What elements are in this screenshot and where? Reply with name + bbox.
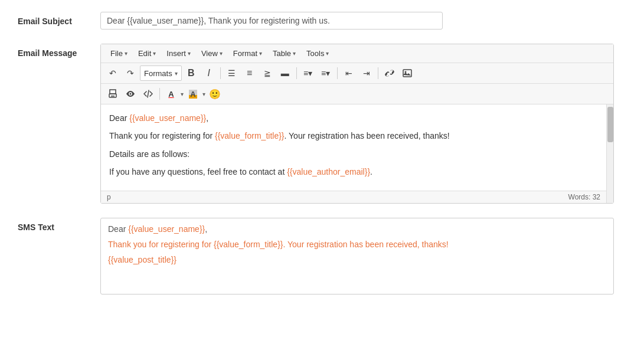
highlight-color-arrow[interactable]: ▾: [202, 91, 205, 97]
font-color-button[interactable]: A: [163, 86, 179, 102]
menu-tools[interactable]: Tools ▾: [302, 47, 334, 60]
view-menu-arrow: ▾: [220, 50, 223, 57]
preview-button[interactable]: [122, 86, 139, 102]
unordered-list-button[interactable]: ≡▾: [300, 66, 316, 81]
source-button[interactable]: [140, 86, 156, 102]
svg-rect-0: [403, 70, 411, 77]
outdent-button[interactable]: ⇤: [341, 66, 357, 81]
sms-text-label: SMS Text: [18, 218, 100, 232]
editor-scrollbar-thumb[interactable]: [607, 107, 613, 142]
italic-button[interactable]: I: [201, 66, 217, 81]
highlight-color-button[interactable]: A: [185, 86, 201, 102]
formats-arrow: ▾: [175, 70, 178, 77]
insert-menu-arrow: ▾: [188, 50, 191, 57]
image-button[interactable]: [399, 66, 416, 81]
menu-format[interactable]: Format ▾: [228, 47, 267, 60]
formats-label: Formats: [144, 69, 172, 78]
formats-dropdown[interactable]: Formats ▾: [140, 66, 182, 81]
table-menu-arrow: ▾: [293, 50, 296, 57]
redo-button[interactable]: ↷: [122, 66, 139, 81]
editor-scrollbar[interactable]: [606, 104, 613, 203]
align-center-button[interactable]: ≡: [241, 66, 258, 81]
editor-toolbar-row1: ↶ ↷ Formats ▾ B I ☰ ≡ ≧ ▬ ≡▾ ≡▾: [101, 63, 613, 84]
editor-statusbar: p Words: 32: [101, 191, 606, 203]
separator-1: [220, 67, 221, 79]
element-path: p: [107, 193, 111, 201]
emoji-button[interactable]: 🙂: [207, 86, 223, 102]
word-count: Words: 32: [568, 193, 600, 201]
editor-content-area[interactable]: Dear {{value_user_name}}, Thank you for …: [101, 104, 606, 191]
svg-point-5: [130, 93, 132, 95]
align-right-button[interactable]: ≧: [259, 66, 276, 81]
ordered-list-button[interactable]: ≡▾: [318, 66, 334, 81]
email-subject-label: Email Subject: [18, 12, 100, 26]
separator-4: [378, 67, 378, 79]
email-message-label: Email Message: [18, 44, 100, 58]
sms-text-area[interactable]: Dear {{value_user_name}}, Thank you for …: [100, 218, 614, 294]
svg-rect-4: [111, 96, 115, 97]
print-button[interactable]: [104, 86, 121, 102]
file-menu-arrow: ▾: [125, 50, 128, 57]
justify-button[interactable]: ▬: [277, 66, 293, 81]
svg-rect-2: [110, 90, 116, 94]
email-subject-input[interactable]: [100, 12, 443, 30]
menu-insert[interactable]: Insert ▾: [162, 47, 195, 60]
separator-5: [159, 88, 160, 100]
link-button[interactable]: [381, 66, 398, 81]
separator-2: [296, 67, 297, 79]
format-menu-arrow: ▾: [259, 50, 262, 57]
var-user-name: {{value_user_name}}: [129, 113, 206, 123]
bold-button[interactable]: B: [183, 66, 200, 81]
var-author-email: {{value_author_email}}: [287, 167, 370, 176]
menu-view[interactable]: View ▾: [197, 47, 227, 60]
editor-toolbar-row2: A ▾ A ▾ 🙂: [101, 84, 613, 104]
align-left-button[interactable]: ☰: [224, 66, 240, 81]
tools-menu-arrow: ▾: [326, 50, 329, 57]
menu-file[interactable]: File ▾: [106, 47, 132, 60]
rich-text-editor: File ▾ Edit ▾ Insert ▾ View ▾: [100, 44, 614, 204]
undo-button[interactable]: ↶: [104, 66, 121, 81]
menu-table[interactable]: Table ▾: [268, 47, 300, 60]
var-form-title: {{value_form_title}}: [215, 131, 285, 140]
separator-3: [337, 67, 338, 79]
edit-menu-arrow: ▾: [153, 50, 156, 57]
sms-var-user-name: {{value_user_name}}: [128, 224, 205, 234]
editor-menubar: File ▾ Edit ▾ Insert ▾ View ▾: [101, 44, 613, 63]
indent-button[interactable]: ⇥: [358, 66, 375, 81]
font-color-arrow[interactable]: ▾: [181, 91, 184, 97]
menu-edit[interactable]: Edit ▾: [133, 47, 161, 60]
